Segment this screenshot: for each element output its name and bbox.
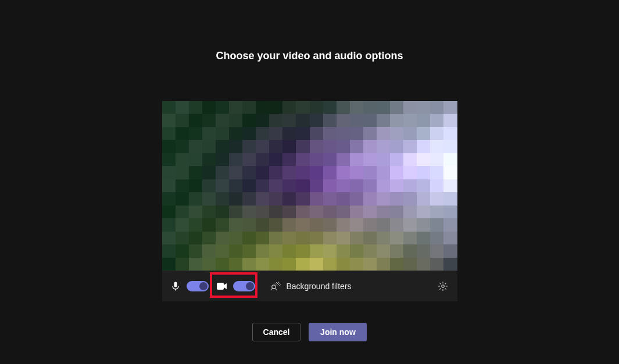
- background-filters-label: Background filters: [287, 282, 352, 291]
- background-filters-button[interactable]: Background filters: [270, 282, 352, 291]
- camera-control: [212, 277, 259, 295]
- camera-toggle[interactable]: [233, 281, 255, 291]
- video-icon: [216, 280, 228, 293]
- mic-toggle[interactable]: [187, 281, 209, 291]
- background-effects-icon: [270, 282, 281, 291]
- preview-card: Background filters: [162, 100, 458, 302]
- svg-rect-0: [174, 282, 177, 287]
- gear-icon: [438, 281, 448, 291]
- mic-control: [169, 280, 209, 293]
- cancel-button[interactable]: Cancel: [252, 323, 301, 341]
- microphone-icon: [169, 280, 182, 293]
- action-buttons: Cancel Join now: [252, 323, 367, 341]
- svg-point-7: [441, 285, 444, 288]
- page-title: Choose your video and audio options: [216, 50, 403, 62]
- svg-rect-2: [217, 283, 224, 290]
- join-now-button[interactable]: Join now: [309, 323, 367, 341]
- controls-bar: Background filters: [162, 271, 457, 301]
- video-preview: [162, 101, 457, 271]
- settings-button[interactable]: [435, 279, 450, 294]
